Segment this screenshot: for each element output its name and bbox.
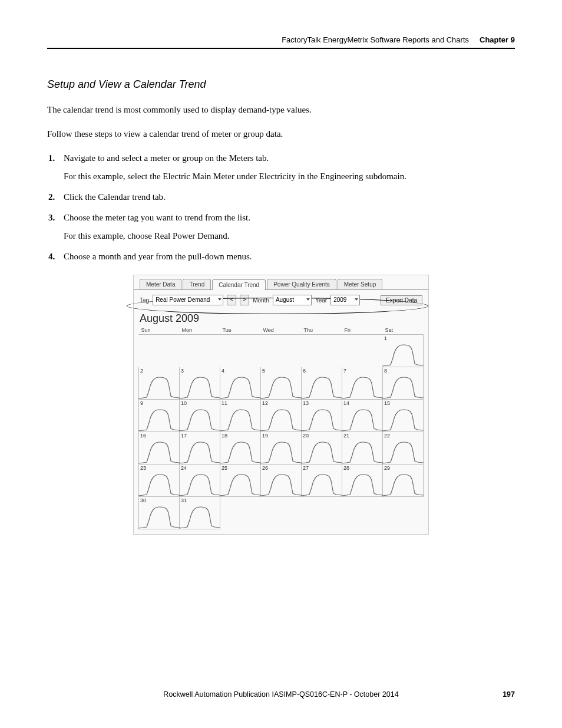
- demand-spark-icon: [301, 373, 342, 400]
- year-select[interactable]: 2009: [330, 295, 360, 305]
- step-text: Choose a month and year from the pull-do…: [64, 252, 252, 261]
- tab-power-quality-events[interactable]: Power Quality Events: [267, 279, 336, 289]
- calendar-cell-empty: [220, 335, 261, 367]
- calendar-row: 1: [139, 335, 424, 367]
- demand-spark-icon: [342, 405, 383, 432]
- calendar-cell-empty: [180, 335, 220, 367]
- step-sub: For this example, select the Electric Ma…: [64, 170, 515, 183]
- demand-spark-icon: [179, 373, 220, 400]
- demand-spark-icon: [220, 405, 261, 432]
- calendar-cell: 8: [383, 367, 424, 400]
- month-select[interactable]: August: [273, 295, 312, 305]
- demand-spark-icon: [138, 502, 180, 529]
- section-title: Setup and View a Calendar Trend: [47, 78, 515, 91]
- calendar-cell: 23: [139, 465, 180, 497]
- tab-meter-data[interactable]: Meter Data: [140, 279, 181, 289]
- calendar-cell: 31: [180, 497, 220, 529]
- calendar-grid: Sun Mon Tue Wed Thu Fri Sat 123456789101…: [138, 326, 424, 529]
- demand-spark-icon: [382, 373, 424, 400]
- calendar-cell: 11: [220, 400, 261, 432]
- running-header: FactoryTalk EnergyMetrix Software Report…: [47, 35, 515, 49]
- tag-label: Tag: [140, 297, 149, 304]
- calendar-cell-empty: [302, 335, 342, 367]
- calendar-cell: 4: [220, 367, 261, 400]
- page: FactoryTalk EnergyMetrix Software Report…: [0, 0, 562, 728]
- demand-spark-icon: [220, 437, 261, 465]
- demand-spark-icon: [138, 373, 180, 400]
- calendar-cell: 13: [302, 400, 342, 432]
- page-number: 197: [485, 690, 515, 699]
- demand-spark-icon: [179, 437, 220, 465]
- tag-select[interactable]: Real Power Demand: [153, 295, 223, 305]
- calendar-cell-empty: [139, 335, 180, 367]
- step-4: Choose a month and year from the pull-do…: [64, 251, 515, 263]
- tab-calendar-trend[interactable]: Calendar Trend: [212, 279, 266, 290]
- next-button[interactable]: >: [240, 295, 249, 305]
- demand-spark-icon: [382, 437, 424, 465]
- step-2: Click the Calendar trend tab.: [64, 191, 515, 203]
- demand-spark-icon: [342, 373, 383, 400]
- tab-strip: Meter Data Trend Calendar Trend Power Qu…: [134, 275, 428, 289]
- demand-spark-icon: [220, 373, 261, 400]
- weekday: Tue: [220, 326, 261, 335]
- calendar-cell: 16: [139, 432, 180, 465]
- tab-trend[interactable]: Trend: [183, 279, 211, 289]
- calendar-cell: 27: [302, 465, 342, 497]
- month-label: Month: [253, 297, 269, 304]
- prev-button[interactable]: <: [227, 295, 236, 305]
- step-text: Navigate to and select a meter or group …: [64, 153, 269, 163]
- footer-spacer: [47, 690, 77, 699]
- calendar-cell-empty: [342, 335, 383, 367]
- demand-spark-icon: [301, 437, 342, 465]
- calendar-cell-empty: [220, 497, 261, 529]
- calendar-cell: 2: [139, 367, 180, 400]
- calendar-cell: 6: [302, 367, 342, 400]
- demand-spark-icon: [301, 405, 342, 432]
- calendar-cell-empty: [302, 497, 342, 529]
- step-3: Choose the meter tag you want to trend f…: [64, 212, 515, 242]
- demand-spark-icon: [342, 470, 383, 497]
- demand-spark-icon: [138, 470, 180, 497]
- intro-paragraph-2: Follow these steps to view a calendar tr…: [47, 128, 515, 140]
- calendar-cell-empty: [261, 335, 302, 367]
- demand-spark-icon: [382, 405, 424, 432]
- calendar-cell: 14: [342, 400, 383, 432]
- weekday: Thu: [302, 326, 342, 335]
- demand-spark-icon: [179, 470, 220, 497]
- month-title: August 2009: [134, 310, 428, 326]
- calendar-cell: 30: [139, 497, 180, 529]
- steps-list: Navigate to and select a meter or group …: [47, 152, 515, 263]
- calendar-cell: 17: [180, 432, 220, 465]
- calendar-cell: 1: [383, 335, 424, 367]
- calendar-cell: 5: [261, 367, 302, 400]
- intro-paragraph-1: The calendar trend is most commonly used…: [47, 104, 515, 116]
- calendar-cell: 18: [220, 432, 261, 465]
- calendar-cell: 24: [180, 465, 220, 497]
- calendar-cell: 3: [180, 367, 220, 400]
- step-text: Choose the meter tag you want to trend f…: [64, 213, 250, 222]
- calendar-cell: 9: [139, 400, 180, 432]
- weekday: Fri: [342, 326, 383, 335]
- demand-spark-icon: [260, 373, 302, 400]
- calendar-row: 9101112131415: [139, 400, 424, 432]
- year-label: Year: [315, 297, 327, 304]
- demand-spark-icon: [138, 437, 180, 465]
- demand-spark-icon: [301, 470, 342, 497]
- step-sub: For this example, choose Real Power Dema…: [64, 230, 515, 242]
- calendar-row: 23242526272829: [139, 465, 424, 497]
- calendar-cell: 28: [342, 465, 383, 497]
- demand-spark-icon: [260, 470, 302, 497]
- demand-spark-icon: [179, 502, 220, 529]
- toolbar: Tag Real Power Demand < > Month August Y…: [134, 289, 428, 310]
- demand-spark-icon: [342, 437, 383, 465]
- demand-spark-icon: [179, 405, 220, 432]
- calendar-cell: 22: [383, 432, 424, 465]
- tab-meter-setup[interactable]: Meter Setup: [338, 279, 382, 289]
- footer: Rockwell Automation Publication IASIMP-Q…: [47, 690, 515, 699]
- chapter-label: Chapter 9: [480, 35, 515, 44]
- calendar-cell: 29: [383, 465, 424, 497]
- export-data-button[interactable]: Export Data: [381, 295, 422, 305]
- calendar-cell: 25: [220, 465, 261, 497]
- step-1: Navigate to and select a meter or group …: [64, 152, 515, 183]
- calendar-row: 3031: [139, 497, 424, 529]
